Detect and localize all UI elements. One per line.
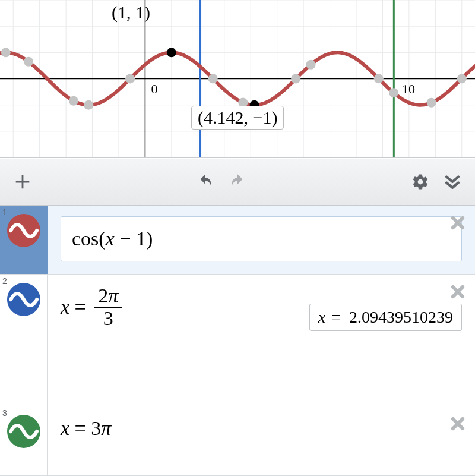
delete-row-button[interactable]: [448, 282, 468, 302]
svg-point-37: [291, 74, 300, 84]
delete-row-button[interactable]: [448, 213, 468, 233]
row-icon-col[interactable]: [0, 275, 48, 406]
row-icon-col[interactable]: [0, 406, 48, 475]
svg-point-40: [389, 88, 398, 97]
result-value: x=2.09439510239: [309, 304, 462, 331]
collapse-button[interactable]: [441, 170, 464, 194]
svg-point-43: [167, 48, 176, 57]
row-index: 2: [2, 276, 7, 286]
svg-text:0: 0: [151, 81, 157, 96]
plot-svg[interactable]: 010: [0, 0, 475, 157]
svg-point-39: [374, 74, 384, 83]
expression-toolbar: [0, 158, 475, 206]
svg-text:10: 10: [402, 81, 415, 96]
redo-button[interactable]: [226, 170, 249, 194]
delete-row-button[interactable]: [448, 414, 468, 434]
svg-point-35: [208, 74, 218, 83]
svg-point-30: [24, 57, 33, 67]
expression-text[interactable]: x = 2π3: [61, 285, 125, 329]
row-icon-col[interactable]: [0, 206, 48, 274]
svg-point-38: [306, 60, 316, 70]
expression-text[interactable]: cos(x − 1): [72, 228, 153, 250]
svg-point-32: [84, 100, 93, 110]
svg-point-41: [427, 98, 436, 108]
expression-row-2[interactable]: 2 x = 2π3 x=2.09439510239: [0, 275, 475, 406]
add-expression-button[interactable]: [11, 170, 34, 194]
expression-row-3[interactable]: 3 x = 3π: [0, 406, 475, 476]
settings-button[interactable]: [408, 170, 432, 194]
wave-icon[interactable]: [7, 214, 40, 247]
svg-point-42: [457, 74, 467, 83]
row-index: 3: [2, 408, 7, 418]
svg-point-31: [69, 96, 78, 106]
point-label-bottom: (4.142, −1): [191, 106, 284, 130]
svg-point-29: [1, 48, 11, 57]
graph-pane[interactable]: 010 (1, 1) (4.142, −1): [0, 0, 475, 158]
expression-row-1[interactable]: 1 cos(x − 1): [0, 206, 475, 275]
point-label-top: (1, 1): [106, 1, 156, 24]
undo-button[interactable]: [194, 170, 217, 194]
wave-icon[interactable]: [7, 415, 40, 448]
expression-text[interactable]: x = 3π: [61, 417, 111, 440]
svg-point-33: [125, 74, 135, 83]
expression-list: 1 cos(x − 1) 2 x = 2π3: [0, 206, 475, 476]
row-index: 1: [2, 207, 7, 217]
wave-icon[interactable]: [7, 283, 40, 316]
